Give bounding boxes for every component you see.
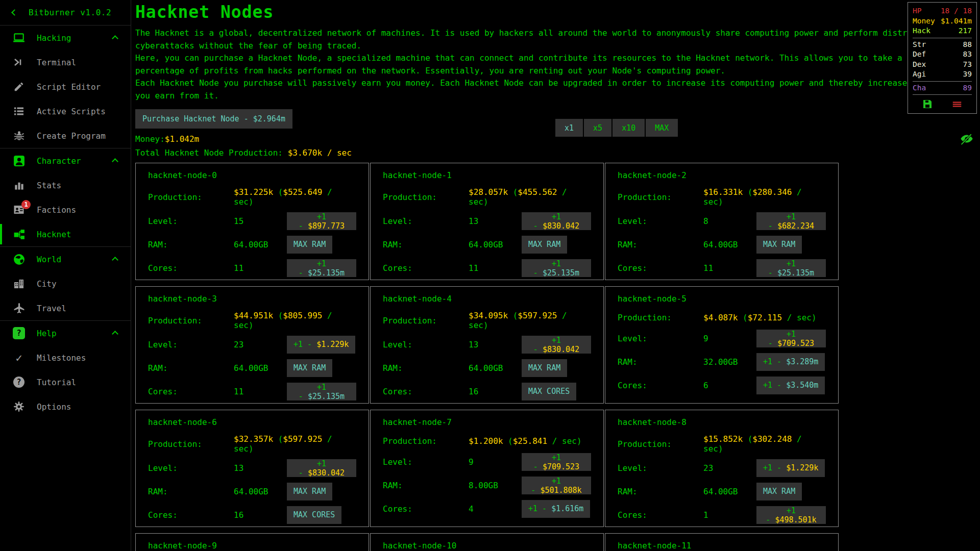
sidebar-item-help[interactable]: Help bbox=[0, 321, 131, 345]
upgrade-cores-button[interactable]: MAX CORES bbox=[287, 506, 341, 524]
upgrade-ram-button[interactable]: MAX RAM bbox=[287, 236, 332, 254]
upgrade-ram-button[interactable]: MAX RAM bbox=[756, 236, 802, 254]
upgrade-level-button[interactable]: +1 -$830.042 bbox=[287, 459, 356, 477]
sidebar-item-create-program[interactable]: Create Program bbox=[0, 123, 131, 148]
upgrade-ram-button[interactable]: MAX RAM bbox=[287, 359, 332, 377]
production-row: Production: $28.057k ($455.562 / sec) bbox=[383, 187, 591, 207]
ram-value: 64.00GB bbox=[469, 240, 522, 249]
level-label: Level: bbox=[383, 457, 469, 467]
node-name: hacknet-node-6 bbox=[148, 417, 356, 427]
hacknet-node-card: hacknet-node-3 Production: $44.951k ($80… bbox=[135, 286, 369, 404]
purchase-hacknet-node-button[interactable]: Purchase Hacknet Node - $2.964m bbox=[135, 109, 292, 129]
upgrade-cores-button[interactable]: +1 -$3.540m bbox=[756, 377, 825, 394]
kill-scripts-icon[interactable] bbox=[950, 98, 964, 110]
hacknet-node-card: hacknet-node-10 Production: $99.899 ($1.… bbox=[370, 533, 604, 551]
upgrade-level-button[interactable]: +1 -$830.042 bbox=[522, 212, 591, 230]
hacknet-node-card: hacknet-node-2 Production: $16.331k ($28… bbox=[605, 163, 839, 280]
upgrade-ram-button[interactable]: +1 -$3.289m bbox=[756, 353, 825, 371]
intro-line: Here, you can purchase a Hacknet Node, a… bbox=[135, 52, 980, 65]
str-row: Str88 bbox=[913, 40, 972, 50]
upgrade-level-button[interactable]: +1 -$709.523 bbox=[756, 330, 826, 347]
character-overview-panel: HP18 / 18 Money$1.041m Hack217 Str88 Def… bbox=[908, 2, 977, 114]
upgrade-cores-button[interactable]: +1 -$498.501k bbox=[756, 506, 826, 524]
multiplier-x10-button[interactable]: x10 bbox=[612, 119, 645, 137]
multiplier-x1-button[interactable]: x1 bbox=[555, 119, 583, 137]
city-icon bbox=[11, 278, 27, 290]
sidebar-item-world[interactable]: World bbox=[0, 247, 131, 271]
hacknet-node-card: hacknet-node-6 Production: $32.357k ($59… bbox=[135, 410, 369, 527]
sidebar-item-hacknet[interactable]: Hacknet bbox=[0, 222, 131, 246]
upgrade-cores-button[interactable]: +1 -$25.135m bbox=[287, 383, 356, 400]
sidebar-item-label: Hacking bbox=[37, 33, 71, 43]
collapse-sidebar-button[interactable] bbox=[0, 10, 29, 15]
sidebar-item-label: Factions bbox=[37, 205, 76, 215]
level-row: Level: 13 +1 -$830.042 bbox=[383, 334, 591, 355]
upgrade-ram-button[interactable]: +1 -$501.808k bbox=[522, 477, 591, 494]
hp-row: HP18 / 18 bbox=[913, 6, 972, 16]
sidebar-item-label: Travel bbox=[37, 304, 66, 313]
cores-value: 4 bbox=[469, 504, 522, 514]
sidebar-item-active-scripts[interactable]: Active Scripts bbox=[0, 99, 131, 123]
sidebar-item-stats[interactable]: Stats bbox=[0, 173, 131, 197]
upgrade-ram-button[interactable]: MAX RAM bbox=[287, 483, 332, 500]
upgrade-cores-button[interactable]: MAX CORES bbox=[522, 383, 576, 400]
production-value: $44.951k ($805.995 / sec) bbox=[234, 311, 356, 330]
total-production-label: Total Hacknet Node Production: bbox=[135, 148, 288, 158]
ram-value: 64.00GB bbox=[703, 240, 756, 249]
upgrade-level-button[interactable]: +1 -$897.773 bbox=[287, 212, 356, 230]
upgrade-cores-button[interactable]: +1 -$1.616m bbox=[522, 500, 590, 518]
sidebar-item-terminal[interactable]: Terminal bbox=[0, 50, 131, 74]
sidebar-item-label: Milestones bbox=[37, 353, 86, 363]
upgrade-level-button[interactable]: +1 -$682.234 bbox=[756, 212, 826, 230]
upgrade-level-button[interactable]: +1 -$830.042 bbox=[522, 336, 591, 354]
laptop-icon bbox=[11, 31, 27, 44]
globe-icon bbox=[11, 253, 27, 266]
person-icon bbox=[11, 155, 27, 167]
sidebar-item-script-editor[interactable]: Script Editor bbox=[0, 74, 131, 99]
sidebar-item-factions[interactable]: 1 Factions bbox=[0, 197, 131, 222]
production-row: Production: $15.852k ($302.248 / sec) bbox=[618, 434, 826, 454]
upgrade-ram-button[interactable]: MAX RAM bbox=[756, 483, 802, 500]
multiplier-x5-button[interactable]: x5 bbox=[584, 119, 611, 137]
production-value: $32.357k ($597.925 / sec) bbox=[234, 434, 356, 454]
upgrade-level-button[interactable]: +1 -$1.229k bbox=[287, 336, 355, 354]
level-label: Level: bbox=[383, 216, 469, 226]
production-label: Production: bbox=[148, 316, 234, 325]
save-icon[interactable] bbox=[921, 98, 934, 110]
upgrade-cores-button[interactable]: +1 -$25.135m bbox=[522, 259, 591, 277]
level-value: 23 bbox=[703, 463, 756, 473]
upgrade-ram-button[interactable]: MAX RAM bbox=[522, 236, 567, 254]
contact-card-icon: 1 bbox=[11, 204, 27, 216]
upgrade-cores-button[interactable]: +1 -$25.135m bbox=[756, 259, 826, 277]
sidebar-item-options[interactable]: Options bbox=[0, 394, 131, 419]
hide-overview-eye-icon[interactable] bbox=[959, 132, 975, 148]
upgrade-ram-button[interactable]: MAX RAM bbox=[522, 359, 567, 377]
sidebar-item-label: Hacknet bbox=[37, 230, 71, 239]
sidebar-item-tutorial[interactable]: Tutorial bbox=[0, 370, 131, 394]
cores-value: 6 bbox=[703, 381, 756, 390]
ram-value: 64.00GB bbox=[703, 487, 756, 496]
sidebar-item-label: Help bbox=[37, 329, 57, 338]
multiplier-max-button[interactable]: MAX bbox=[646, 119, 678, 137]
ram-label: RAM: bbox=[148, 363, 234, 373]
upgrade-level-button[interactable]: +1 -$709.523 bbox=[522, 453, 591, 471]
intro-line: Each Hacknet Node you purchase will pass… bbox=[135, 77, 980, 90]
sidebar-item-hacking[interactable]: Hacking bbox=[0, 26, 131, 50]
chevron-up-icon bbox=[113, 33, 117, 43]
ram-label: RAM: bbox=[618, 487, 703, 496]
ram-row: RAM: 32.00GB +1 -$3.289m bbox=[618, 352, 826, 372]
cores-label: Cores: bbox=[383, 387, 469, 396]
upgrade-cores-button[interactable]: +1 -$25.135m bbox=[287, 259, 356, 277]
level-label: Level: bbox=[618, 216, 703, 226]
level-row: Level: 8 +1 -$682.234 bbox=[618, 211, 826, 231]
chevron-up-icon bbox=[113, 255, 117, 264]
sidebar-item-character[interactable]: Character bbox=[0, 148, 131, 173]
upgrade-level-button[interactable]: +1 -$1.229k bbox=[756, 459, 825, 477]
level-label: Level: bbox=[618, 463, 703, 473]
sidebar-item-milestones[interactable]: Milestones bbox=[0, 345, 131, 370]
sidebar-item-city[interactable]: City bbox=[0, 271, 131, 296]
production-row: Production: $31.225k ($525.649 / sec) bbox=[148, 187, 356, 207]
cores-row: Cores: 6 +1 -$3.540m bbox=[618, 375, 826, 395]
cores-value: 1 bbox=[703, 510, 756, 520]
sidebar-item-travel[interactable]: Travel bbox=[0, 296, 131, 320]
